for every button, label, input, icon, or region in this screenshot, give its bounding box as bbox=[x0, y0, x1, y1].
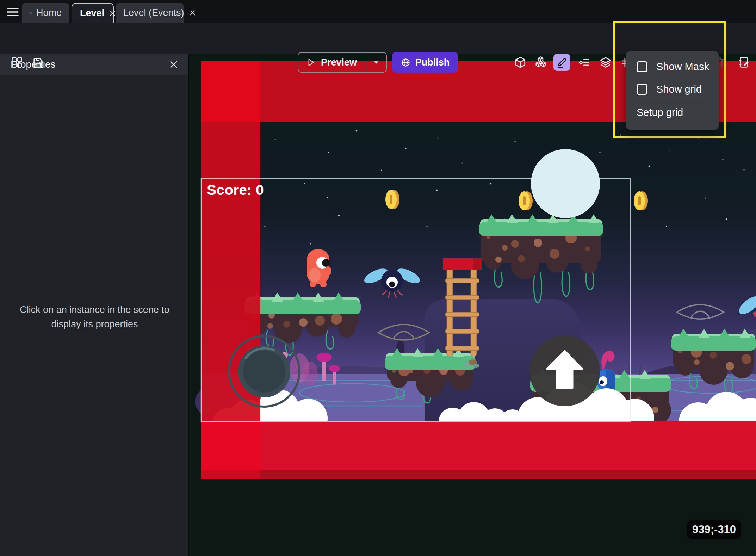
star bbox=[304, 183, 305, 184]
star bbox=[310, 243, 311, 244]
menu-item-setup-grid[interactable]: Setup grid bbox=[637, 107, 683, 118]
home-icon bbox=[30, 8, 32, 18]
layout-panels-icon bbox=[11, 56, 23, 69]
save-icon bbox=[32, 56, 44, 69]
preview-button[interactable]: Preview bbox=[298, 53, 366, 72]
star bbox=[327, 197, 328, 198]
layers-icon bbox=[599, 56, 612, 69]
save-button[interactable] bbox=[31, 56, 45, 69]
tab-label: Home bbox=[36, 7, 62, 18]
star bbox=[698, 137, 699, 138]
menu-divider bbox=[634, 102, 710, 102]
star bbox=[328, 152, 329, 153]
preview-label: Preview bbox=[321, 57, 357, 68]
checkbox-show-mask[interactable] bbox=[637, 61, 647, 72]
coin[interactable] bbox=[634, 191, 648, 210]
coin[interactable] bbox=[519, 191, 533, 210]
menu-item-label: Show grid bbox=[656, 84, 702, 95]
star bbox=[405, 148, 406, 149]
flora-blob bbox=[302, 362, 318, 385]
objects-cubes-icon bbox=[534, 56, 547, 69]
publish-label: Publish bbox=[415, 57, 450, 68]
menu-item-show-mask[interactable]: Show Mask bbox=[637, 59, 709, 74]
star bbox=[436, 190, 438, 191]
open-panels-button[interactable] bbox=[10, 56, 24, 69]
instances-list-icon bbox=[578, 56, 590, 69]
instances-list-button[interactable] bbox=[577, 56, 591, 69]
pencil-icon bbox=[556, 56, 568, 69]
moon[interactable] bbox=[531, 149, 600, 218]
close-icon[interactable] bbox=[189, 8, 196, 17]
empty-state-message: Click on an instance in the scene to dis… bbox=[14, 303, 175, 332]
menu-item-label: Show Mask bbox=[656, 61, 709, 73]
star bbox=[666, 226, 667, 227]
close-panel-button[interactable] bbox=[169, 59, 180, 70]
tab-label: Level bbox=[80, 8, 104, 19]
star bbox=[381, 169, 382, 171]
tab-bar: Home Level Level (Events) bbox=[0, 0, 756, 23]
layers-panel-button[interactable] bbox=[599, 56, 612, 69]
star bbox=[620, 134, 621, 135]
notebook-edit-icon bbox=[738, 56, 751, 69]
star bbox=[274, 139, 275, 140]
globe-icon bbox=[401, 57, 411, 68]
score-text[interactable]: Score: 0 bbox=[207, 182, 264, 198]
preview-button-group: Preview bbox=[298, 52, 387, 73]
star bbox=[743, 169, 744, 170]
main-menu-button[interactable] bbox=[6, 6, 22, 18]
star bbox=[722, 159, 723, 160]
publish-button[interactable]: Publish bbox=[392, 52, 458, 73]
tab-level-events[interactable]: Level (Events) bbox=[116, 3, 184, 23]
scene-settings-button[interactable] bbox=[738, 56, 751, 69]
objects-panel-button[interactable] bbox=[534, 56, 547, 69]
caret-down-icon bbox=[372, 58, 381, 67]
cube-icon bbox=[514, 56, 527, 69]
toggle-3d-view-button[interactable] bbox=[514, 56, 527, 69]
gdevelop-window: Score: 0 Home Level Level (Events) bbox=[0, 0, 756, 556]
star bbox=[705, 197, 706, 198]
star bbox=[461, 162, 463, 163]
jump-button[interactable] bbox=[529, 336, 600, 406]
close-icon[interactable] bbox=[109, 8, 116, 18]
joystick-control[interactable] bbox=[229, 336, 299, 407]
play-icon bbox=[306, 57, 316, 67]
hamburger-icon bbox=[6, 7, 19, 17]
toolbar: Preview Publish bbox=[0, 23, 756, 54]
star bbox=[599, 152, 600, 153]
star bbox=[356, 130, 358, 132]
star bbox=[490, 183, 492, 185]
coin[interactable] bbox=[385, 190, 399, 209]
star bbox=[514, 141, 515, 142]
close-icon bbox=[169, 60, 179, 69]
selection-edit-tool-button[interactable] bbox=[553, 54, 570, 71]
star bbox=[264, 226, 265, 227]
panel-header: Properties bbox=[0, 54, 188, 75]
grid-options-menu: Show Mask Show grid Setup grid bbox=[626, 51, 719, 130]
star bbox=[426, 226, 427, 227]
tab-label: Level (Events) bbox=[123, 7, 184, 18]
preview-options-button[interactable] bbox=[366, 53, 386, 72]
properties-panel: Properties Click on an instance in the s… bbox=[0, 54, 189, 556]
pebble bbox=[473, 364, 479, 368]
star bbox=[649, 166, 650, 167]
menu-item-show-grid[interactable]: Show grid bbox=[637, 82, 702, 97]
checkbox-show-grid[interactable] bbox=[637, 84, 647, 95]
star bbox=[726, 218, 727, 220]
star bbox=[437, 137, 438, 138]
tab-level[interactable]: Level bbox=[72, 3, 114, 23]
cursor-coordinates: 939;-310 bbox=[687, 520, 741, 539]
star bbox=[338, 215, 340, 217]
star bbox=[669, 148, 670, 149]
tab-home[interactable]: Home bbox=[22, 3, 69, 23]
